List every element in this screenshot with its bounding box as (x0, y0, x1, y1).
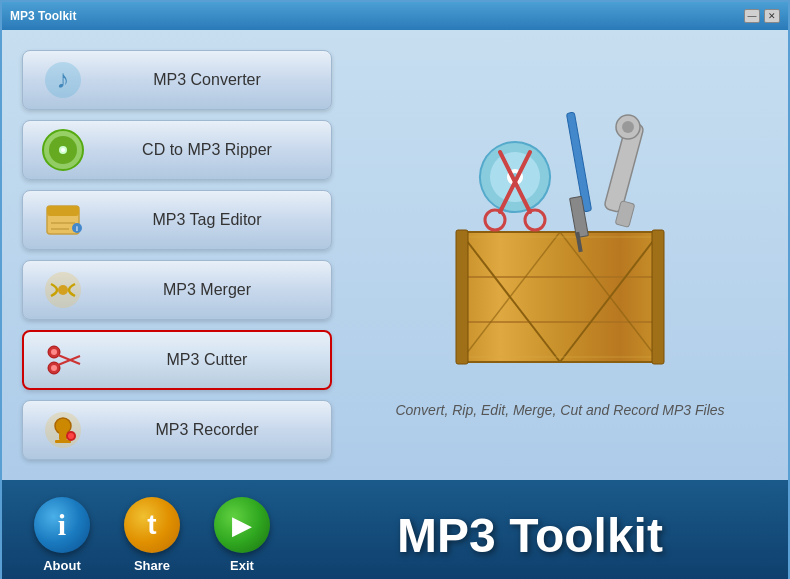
footer: i About t Share ▶ Exit MP3 Toolkit (2, 480, 788, 579)
main-window: MP3 Toolkit — ✕ ♪ MP3 Converter (0, 0, 790, 579)
minimize-button[interactable]: — (744, 9, 760, 23)
cd-icon (23, 121, 103, 179)
cd-ripper-button[interactable]: CD to MP3 Ripper (22, 120, 332, 180)
cutter-icon (24, 332, 104, 388)
svg-point-18 (51, 365, 57, 371)
right-panel: Convert, Rip, Edit, Merge, Cut and Recor… (352, 50, 768, 460)
about-button[interactable]: i About (32, 497, 92, 573)
merger-label: MP3 Merger (103, 281, 331, 299)
svg-point-40 (622, 121, 634, 133)
svg-point-22 (55, 418, 71, 434)
share-icon: t (124, 497, 180, 553)
svg-rect-8 (47, 206, 79, 216)
window-controls: — ✕ (744, 9, 780, 23)
converter-label: MP3 Converter (103, 71, 331, 89)
app-title: MP3 Toolkit (302, 508, 758, 563)
menu-panel: ♪ MP3 Converter CD to MP3 Ripper (22, 50, 332, 460)
window-title: MP3 Toolkit (10, 9, 76, 23)
share-label: Share (134, 558, 170, 573)
svg-point-52 (485, 210, 505, 230)
title-bar: MP3 Toolkit — ✕ (2, 2, 788, 30)
recorder-label: MP3 Recorder (103, 421, 331, 439)
content-area: ♪ MP3 Converter CD to MP3 Ripper (2, 30, 788, 480)
tag-icon: i (23, 191, 103, 249)
share-button[interactable]: t Share (122, 497, 182, 573)
toolbox-graphic (420, 102, 700, 382)
exit-button[interactable]: ▶ Exit (212, 497, 272, 573)
exit-label: Exit (230, 558, 254, 573)
svg-point-51 (525, 210, 545, 230)
recorder-icon (23, 401, 103, 459)
svg-rect-37 (652, 230, 664, 364)
svg-point-5 (61, 148, 65, 152)
svg-point-17 (51, 349, 57, 355)
converter-icon: ♪ (23, 51, 103, 109)
svg-rect-36 (456, 230, 468, 364)
svg-point-26 (68, 433, 74, 439)
about-label: About (43, 558, 81, 573)
mp3-converter-button[interactable]: ♪ MP3 Converter (22, 50, 332, 110)
svg-rect-23 (59, 432, 67, 440)
tagline-text: Convert, Rip, Edit, Merge, Cut and Recor… (395, 402, 724, 418)
svg-rect-28 (460, 232, 660, 362)
mp3-cutter-button[interactable]: MP3 Cutter (22, 330, 332, 390)
svg-point-14 (58, 285, 68, 295)
tag-editor-label: MP3 Tag Editor (103, 211, 331, 229)
mp3-recorder-button[interactable]: MP3 Recorder (22, 400, 332, 460)
svg-text:♪: ♪ (57, 64, 70, 94)
exit-icon: ▶ (214, 497, 270, 553)
mp3-merger-button[interactable]: MP3 Merger (22, 260, 332, 320)
close-button[interactable]: ✕ (764, 9, 780, 23)
about-icon: i (34, 497, 90, 553)
merger-icon (23, 261, 103, 319)
tag-editor-button[interactable]: i MP3 Tag Editor (22, 190, 332, 250)
svg-text:i: i (76, 225, 78, 232)
cd-ripper-label: CD to MP3 Ripper (103, 141, 331, 159)
svg-rect-24 (55, 440, 71, 443)
cutter-label: MP3 Cutter (104, 351, 330, 369)
